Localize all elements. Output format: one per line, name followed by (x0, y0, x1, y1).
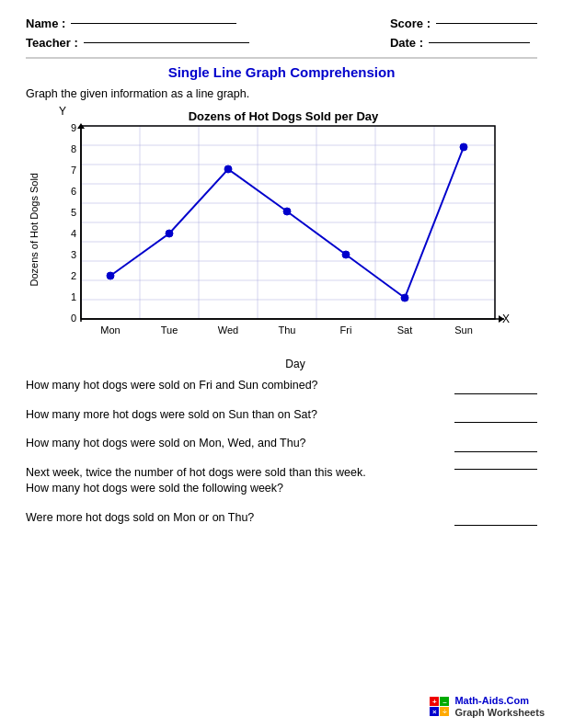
name-field: Name : (26, 17, 249, 30)
data-point-tue (166, 230, 173, 237)
svg-text:Fri: Fri (340, 324, 352, 336)
logo-cell-dash: – (440, 697, 449, 706)
footer-text: Math-Aids.Com Graph Worksheets (454, 695, 545, 719)
svg-text:1: 1 (71, 291, 76, 302)
header-right: Score : Date : (390, 17, 537, 50)
logo-cell-plus: + (430, 697, 439, 706)
answer-1-line[interactable] (454, 393, 537, 394)
question-1-text: How many hot dogs were sold on Fri and S… (26, 378, 454, 394)
header-left: Name : Teacher : (26, 17, 249, 50)
y-axis-title: Y (59, 106, 66, 118)
score-field: Score : (390, 17, 537, 30)
logo-cell-div: ÷ (440, 707, 449, 716)
data-point-thu (283, 208, 291, 215)
y-axis-label: Dozens of Hot Dogs Sold (29, 173, 40, 287)
instruction-text: Graph the given information as a line gr… (26, 87, 537, 100)
footer: + – × ÷ Math-Aids.Com Graph Worksheets (430, 695, 545, 719)
question-1-row: How many hot dogs were sold on Fri and S… (26, 378, 537, 394)
logo-cell-times: × (430, 707, 439, 716)
questions-section: How many hot dogs were sold on Fri and S… (26, 378, 537, 526)
date-line[interactable] (429, 42, 530, 43)
header-divider (26, 57, 537, 59)
answer-4-line[interactable] (454, 469, 537, 470)
graph-container: Dozens of Hot Dogs Sold Y Dozens of Hot … (26, 106, 537, 354)
chart-area: Y Dozens of Hot Dogs Sold per Day (44, 106, 537, 354)
svg-text:Wed: Wed (218, 324, 238, 336)
footer-subtitle: Graph Worksheets (454, 707, 545, 719)
svg-text:0: 0 (71, 313, 76, 324)
y-axis-label-container: Dozens of Hot Dogs Sold (26, 106, 42, 354)
data-point-sun (460, 143, 467, 151)
svg-text:7: 7 (71, 165, 76, 176)
x-axis-label: Day (53, 358, 537, 370)
svg-text:8: 8 (71, 143, 76, 154)
teacher-line[interactable] (84, 42, 249, 43)
svg-text:2: 2 (71, 270, 76, 281)
page-title: Single Line Graph Comprehension (26, 64, 537, 80)
question-4-text: Next week, twice the number of hot dogs … (26, 465, 454, 497)
date-label: Date : (390, 36, 423, 50)
chart-title: Dozens of Hot Dogs Sold per Day (189, 109, 379, 123)
svg-text:Sat: Sat (397, 324, 413, 336)
svg-text:9: 9 (71, 122, 76, 133)
question-3-text: How many hot dogs were sold on Mon, Wed,… (26, 436, 454, 452)
teacher-field: Teacher : (26, 36, 249, 50)
question-5-text: Were more hot dogs sold on Mon or on Thu… (26, 510, 454, 527)
grid-lines (81, 126, 495, 319)
header: Name : Teacher : Score : Date : (26, 17, 537, 50)
score-line[interactable] (436, 23, 537, 24)
svg-text:5: 5 (71, 207, 76, 218)
footer-site: Math-Aids.Com (454, 695, 545, 707)
data-point-wed (224, 165, 232, 173)
question-3-row: How many hot dogs were sold on Mon, Wed,… (26, 436, 537, 452)
x-axis-labels: Mon Tue Wed Thu Fri Sat Sun (100, 324, 472, 336)
date-field: Date : (390, 36, 537, 50)
footer-logo: + – × ÷ (430, 697, 449, 716)
name-label: Name : (26, 17, 65, 30)
score-label: Score : (390, 17, 431, 30)
data-point-fri (342, 251, 350, 258)
name-line[interactable] (71, 23, 236, 24)
data-point-sat (401, 294, 408, 301)
data-point-mon (107, 272, 114, 279)
svg-text:4: 4 (71, 228, 76, 239)
page: Name : Teacher : Score : Date : Single L… (0, 0, 563, 728)
teacher-label: Teacher : (26, 36, 78, 50)
chart-svg: Y Dozens of Hot Dogs Sold per Day (44, 106, 521, 354)
question-5-row: Were more hot dogs sold on Mon or on Thu… (26, 510, 537, 527)
svg-text:3: 3 (71, 249, 76, 260)
svg-text:Tue: Tue (161, 324, 178, 336)
answer-5-line[interactable] (454, 525, 537, 526)
question-4-row: Next week, twice the number of hot dogs … (26, 465, 537, 497)
question-2-text: How many more hot dogs were sold on Sun … (26, 407, 454, 424)
answer-2-line[interactable] (454, 422, 537, 423)
svg-text:Thu: Thu (279, 324, 296, 336)
svg-text:Mon: Mon (100, 324, 120, 336)
y-axis-labels: 0 1 2 3 4 5 6 7 8 9 (71, 122, 76, 324)
question-2-row: How many more hot dogs were sold on Sun … (26, 407, 537, 424)
svg-text:6: 6 (71, 186, 76, 197)
svg-text:Sun: Sun (454, 324, 473, 336)
answer-3-line[interactable] (454, 451, 537, 452)
